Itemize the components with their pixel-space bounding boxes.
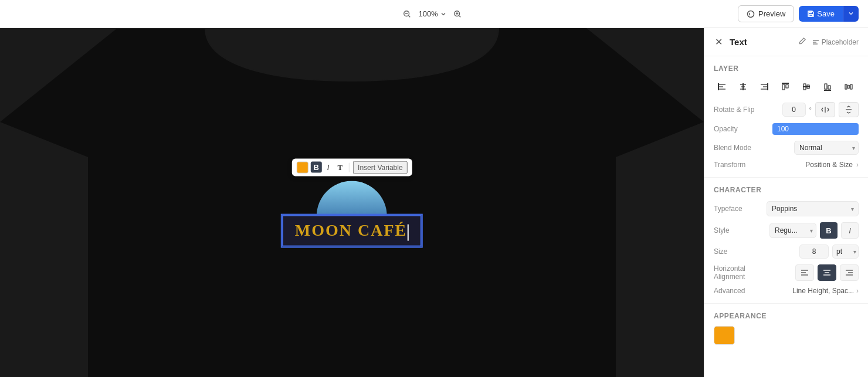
- style-select-wrapper: Regu... Bold Italic: [769, 223, 816, 238]
- canvas-bold-button[interactable]: B: [310, 162, 321, 173]
- horizontal-alignment-row: HorizontalAlignment: [714, 264, 859, 281]
- layer-section: Layer: [704, 56, 868, 178]
- panel-title: Text: [730, 37, 747, 47]
- svg-rect-8: [809, 15, 813, 16]
- align-top-button[interactable]: [777, 80, 794, 94]
- horizontal-alignment-label: HorizontalAlignment: [714, 264, 767, 281]
- svg-rect-33: [850, 84, 852, 89]
- size-row: Size pt px em: [714, 244, 859, 259]
- align-right-button[interactable]: [756, 80, 772, 94]
- opacity-row: Opacity 100: [714, 123, 859, 135]
- opacity-bar[interactable]: 100: [772, 123, 859, 135]
- canvas-toolbar-divider: [349, 162, 350, 172]
- blend-mode-label: Blend Mode: [714, 144, 767, 152]
- bold-button[interactable]: B: [820, 222, 838, 239]
- advanced-row: Advanced Line Height, Spac... ›: [714, 287, 859, 295]
- right-panel: ✕ Text Placeholder Layer: [704, 28, 868, 377]
- canvas-italic-button[interactable]: I: [324, 162, 333, 173]
- canvas-text-element[interactable]: B I T Insert Variable MOON CAFÉ: [282, 158, 422, 247]
- moon-circle: [317, 181, 387, 216]
- canvas-floating-toolbar: B I T Insert Variable: [291, 158, 412, 176]
- canvas-text-style-button[interactable]: T: [334, 161, 345, 173]
- panel-close-button[interactable]: ✕: [714, 35, 724, 49]
- svg-rect-9: [809, 11, 812, 13]
- typeface-row: Typeface Poppins Arial Georgia: [714, 201, 859, 216]
- typeface-label: Typeface: [714, 205, 767, 213]
- appearance-section: Appearance: [704, 304, 868, 349]
- svg-rect-22: [782, 84, 785, 90]
- text-box[interactable]: MOON CAFÉ: [282, 215, 422, 247]
- advanced-arrow[interactable]: ›: [856, 287, 859, 295]
- halign-left-button[interactable]: [795, 264, 814, 281]
- advanced-label: Advanced: [714, 287, 767, 295]
- svg-rect-31: [845, 84, 847, 89]
- svg-rect-32: [848, 86, 850, 89]
- flip-horizontal-button[interactable]: [815, 102, 835, 117]
- panel-header: ✕ Text Placeholder: [704, 28, 868, 56]
- svg-rect-23: [786, 84, 788, 88]
- save-dropdown-button[interactable]: [843, 6, 859, 22]
- transform-control: Position & Size ›: [767, 161, 859, 169]
- distribute-button[interactable]: [840, 80, 857, 94]
- transform-arrow[interactable]: ›: [856, 161, 859, 169]
- svg-rect-29: [828, 86, 830, 89]
- transform-value: Position & Size: [805, 161, 853, 169]
- blend-mode-select-wrapper: Normal Multiply Screen Overlay: [794, 141, 859, 155]
- align-bottom-button[interactable]: [819, 80, 836, 94]
- align-left-button[interactable]: [714, 80, 730, 94]
- halign-buttons: [795, 264, 859, 281]
- topbar-actions: Preview Save: [738, 5, 859, 22]
- main-area: B I T Insert Variable MOON CAFÉ: [0, 28, 868, 377]
- panel-header-left: ✕ Text: [714, 35, 747, 49]
- align-center-h-button[interactable]: [735, 80, 751, 94]
- zoom-out-button[interactable]: [401, 8, 413, 21]
- topbar-center: 100%: [401, 8, 463, 21]
- zoom-in-button[interactable]: [451, 8, 464, 21]
- panel-edit-button[interactable]: [797, 36, 808, 48]
- character-section: Character Typeface Poppins Arial Georgia…: [704, 178, 868, 304]
- advanced-value: Line Height, Spac...: [792, 287, 854, 295]
- canvas-color-swatch[interactable]: [296, 161, 308, 173]
- zoom-value[interactable]: 100%: [418, 9, 446, 18]
- size-unit-select[interactable]: pt px em: [832, 244, 859, 259]
- opacity-label: Opacity: [714, 125, 767, 133]
- appearance-section-title: Appearance: [714, 312, 859, 320]
- transform-row: Transform Position & Size ›: [714, 161, 859, 169]
- moon-graphic: [317, 181, 387, 216]
- rotate-flip-control: °: [767, 102, 859, 117]
- opacity-control: 100: [772, 123, 859, 135]
- appearance-color-row: [714, 326, 859, 345]
- blend-mode-select[interactable]: Normal Multiply Screen Overlay: [794, 141, 859, 155]
- typeface-select-wrapper: Poppins Arial Georgia: [767, 201, 859, 216]
- moon-cafe-text: MOON CAFÉ: [295, 220, 407, 239]
- panel-placeholder-button[interactable]: Placeholder: [812, 38, 859, 46]
- save-button[interactable]: Save: [799, 6, 843, 22]
- character-section-title: Character: [714, 186, 859, 194]
- align-middle-v-button[interactable]: [798, 80, 815, 94]
- halign-right-button[interactable]: [840, 264, 859, 281]
- canvas-area[interactable]: B I T Insert Variable MOON CAFÉ: [0, 28, 704, 377]
- rotate-flip-label: Rotate & Flip: [714, 106, 767, 114]
- appearance-color-swatch[interactable]: [714, 326, 735, 345]
- text-cursor: [408, 225, 409, 241]
- flip-vertical-button[interactable]: [839, 102, 859, 117]
- svg-line-2: [409, 15, 411, 17]
- size-unit-wrapper: pt px em: [832, 244, 859, 259]
- size-input[interactable]: [799, 244, 829, 259]
- rotate-flip-row: Rotate & Flip °: [714, 102, 859, 117]
- style-select[interactable]: Regu... Bold Italic: [769, 223, 816, 238]
- rotation-input[interactable]: [782, 103, 806, 117]
- halign-center-button[interactable]: [818, 264, 836, 281]
- canvas-insert-variable-button[interactable]: Insert Variable: [353, 161, 407, 174]
- panel-header-right: Placeholder: [797, 36, 859, 48]
- italic-button[interactable]: I: [841, 222, 859, 239]
- alignment-row: [714, 80, 859, 94]
- svg-point-7: [748, 11, 754, 17]
- preview-button[interactable]: Preview: [738, 5, 794, 22]
- svg-rect-28: [825, 84, 827, 89]
- layer-section-title: Layer: [714, 64, 859, 73]
- style-label: Style: [714, 226, 767, 235]
- size-label: Size: [714, 247, 767, 256]
- typeface-select[interactable]: Poppins Arial Georgia: [767, 201, 859, 216]
- blend-mode-row: Blend Mode Normal Multiply Screen Overla…: [714, 141, 859, 155]
